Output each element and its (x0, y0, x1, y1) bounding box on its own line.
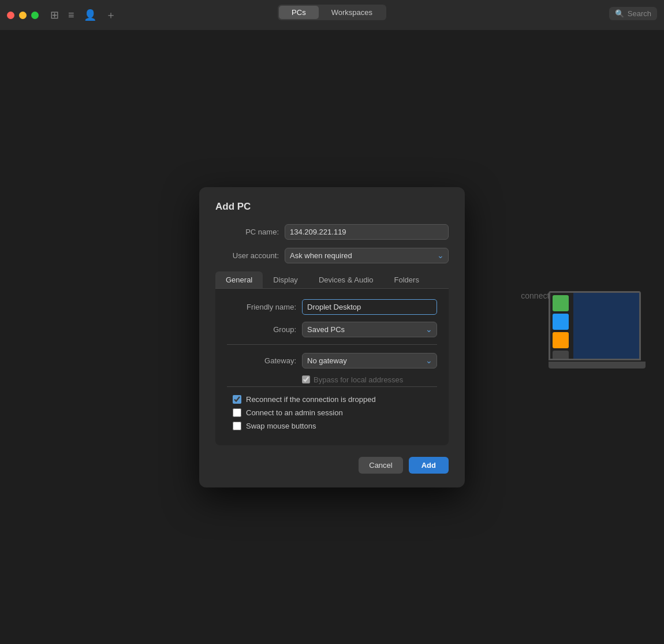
gateway-select-wrap: No gateway ⌄ (302, 353, 437, 368)
user-account-row: User account: Ask when required ⌄ (215, 248, 449, 263)
gateway-section: Gateway: No gateway ⌄ Bypass for local a… (227, 344, 437, 384)
group-select[interactable]: Saved PCs (302, 322, 437, 337)
checkboxes-section: Reconnect if the connection is dropped C… (227, 386, 437, 430)
segment-control: PCs Workspaces (278, 5, 386, 20)
swap-mouse-checkbox[interactable] (233, 422, 241, 430)
bypass-row: Bypass for local addresses (302, 375, 437, 384)
user-account-select[interactable]: Ask when required (285, 248, 449, 263)
toolbar-controls: ⊞ ≡ 👤 ＋ (50, 8, 116, 22)
swap-mouse-label: Swap mouse buttons (246, 422, 316, 430)
general-tab-panel: Friendly name: Group: Saved PCs ⌄ (215, 289, 449, 445)
search-label: Search (628, 9, 651, 18)
gateway-row: Gateway: No gateway ⌄ (227, 353, 437, 368)
tab-devices-audio[interactable]: Devices & Audio (308, 271, 384, 288)
admin-session-row: Connect to an admin session (233, 408, 437, 417)
cancel-button[interactable]: Cancel (359, 457, 402, 474)
swap-mouse-row: Swap mouse buttons (233, 422, 437, 430)
group-select-wrap: Saved PCs ⌄ (302, 322, 437, 337)
reconnect-row: Reconnect if the connection is dropped (233, 395, 437, 404)
dialog-title: Add PC (215, 201, 449, 213)
group-label: Group: (227, 325, 296, 334)
reconnect-label: Reconnect if the connection is dropped (246, 395, 376, 404)
user-account-label: User account: (215, 251, 279, 260)
titlebar: ⊞ ≡ 👤 ＋ Microsoft Remote Desktop PCs Wor… (0, 0, 664, 30)
group-row: Group: Saved PCs ⌄ (227, 322, 437, 337)
close-button[interactable] (7, 12, 14, 19)
bypass-label: Bypass for local addresses (314, 375, 403, 384)
add-icon[interactable]: ＋ (106, 8, 116, 22)
pc-name-row: PC name: (215, 224, 449, 240)
tab-display[interactable]: Display (263, 271, 308, 288)
account-icon[interactable]: 👤 (84, 9, 96, 21)
traffic-lights (7, 12, 39, 19)
friendly-name-label: Friendly name: (227, 303, 296, 311)
dialog-footer: Cancel Add (215, 457, 449, 474)
tab-general[interactable]: General (215, 271, 263, 288)
maximize-button[interactable] (31, 12, 39, 19)
pc-name-label: PC name: (215, 228, 279, 236)
workspaces-tab[interactable]: Workspaces (319, 6, 385, 19)
pcs-tab[interactable]: PCs (279, 6, 319, 19)
bypass-checkbox[interactable] (302, 375, 310, 384)
search-box[interactable]: 🔍 Search (609, 7, 657, 20)
dialog-backdrop: Add PC PC name: User account: Ask when r… (0, 30, 664, 644)
reconnect-checkbox[interactable] (233, 395, 241, 404)
minimize-button[interactable] (19, 12, 27, 19)
tab-folders[interactable]: Folders (384, 271, 430, 288)
admin-session-label: Connect to an admin session (246, 408, 343, 417)
tab-bar: General Display Devices & Audio Folders (215, 271, 449, 289)
add-button[interactable]: Add (409, 457, 449, 474)
admin-session-checkbox[interactable] (233, 408, 241, 417)
grid-icon[interactable]: ⊞ (50, 9, 59, 21)
pc-name-input[interactable] (285, 224, 449, 240)
list-icon[interactable]: ≡ (68, 9, 74, 21)
friendly-name-row: Friendly name: (227, 299, 437, 315)
add-pc-dialog: Add PC PC name: User account: Ask when r… (199, 187, 465, 487)
friendly-name-input[interactable] (302, 299, 437, 315)
search-icon: 🔍 (615, 9, 624, 18)
gateway-label: Gateway: (227, 356, 296, 365)
user-account-select-wrap: Ask when required ⌄ (285, 248, 449, 263)
main-content: connection (0, 30, 664, 644)
gateway-select[interactable]: No gateway (302, 353, 437, 368)
